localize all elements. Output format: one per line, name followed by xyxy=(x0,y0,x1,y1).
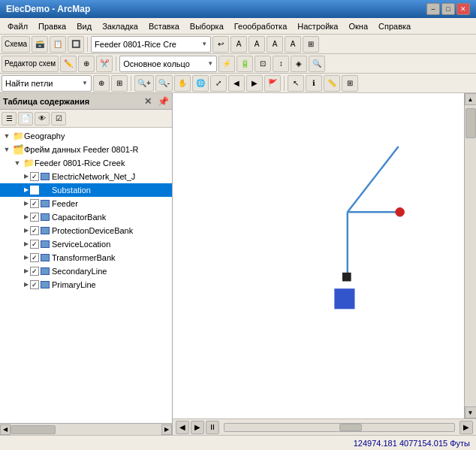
minimize-button[interactable]: – xyxy=(426,3,440,15)
zoom-out-btn[interactable]: 🔍- xyxy=(155,75,173,92)
select-btn[interactable]: ↖ xyxy=(288,75,304,92)
measure-btn[interactable]: 📏 xyxy=(324,75,340,92)
editor-icon-3[interactable]: ✂️ xyxy=(96,56,113,72)
toolbar-icon-1[interactable]: 🗃️ xyxy=(32,36,48,53)
tree-item-layer-4[interactable]: ▶ ✓ ProtectionDeviceBank xyxy=(0,224,172,237)
maximize-button[interactable]: □ xyxy=(441,3,455,15)
back-btn[interactable]: ◀ xyxy=(228,75,245,92)
scroll-thumb-v[interactable] xyxy=(465,108,476,138)
globe-btn[interactable]: 🌐 xyxy=(192,75,209,92)
scroll-right-arrow[interactable]: ▶ xyxy=(161,424,172,435)
editor-btn-c[interactable]: ⊡ xyxy=(255,56,271,72)
find-loops-dropdown[interactable]: Найти петли ▼ xyxy=(2,75,92,92)
map-nav-btn-3[interactable]: ⏸ xyxy=(206,421,219,434)
scroll-down-arrow[interactable]: ▼ xyxy=(465,406,477,418)
expand-layer-3[interactable]: ▶ xyxy=(23,212,30,222)
tree-item-layer-6[interactable]: ▶ ✓ TransformerBank xyxy=(0,251,172,264)
toolbar-btn-d[interactable]: A xyxy=(267,36,283,53)
toc-btn-visibility[interactable]: 👁 xyxy=(35,112,50,125)
zoom-in-btn[interactable]: 🔍+ xyxy=(134,75,154,92)
editor-btn-e[interactable]: ◈ xyxy=(291,56,307,72)
map-nav-btn-4[interactable]: ▶ xyxy=(459,421,473,434)
find-btn-b[interactable]: ⊞ xyxy=(111,75,128,92)
close-button[interactable]: ✕ xyxy=(456,3,470,15)
menu-item-файл[interactable]: Файл xyxy=(3,20,32,32)
toc-btn-list[interactable]: ☰ xyxy=(2,112,17,125)
toolbar-btn-b[interactable]: A xyxy=(230,36,247,53)
checkbox-layer-5[interactable]: ✓ xyxy=(30,240,39,249)
expand-layer-2[interactable]: ▶ xyxy=(23,198,30,209)
menu-item-вид[interactable]: Вид xyxy=(72,20,96,32)
expand-icon-frame[interactable]: ▼ xyxy=(2,144,12,155)
tree-item-layer-7[interactable]: ▶ ✓ SecondaryLine xyxy=(0,264,172,278)
info-btn[interactable]: ℹ xyxy=(306,75,322,92)
toc-btn-source[interactable]: 📄 xyxy=(18,112,33,125)
checkbox-layer-2[interactable]: ✓ xyxy=(30,199,39,208)
toc-btn-select[interactable]: ☑ xyxy=(51,112,66,125)
toolbar-btn-f[interactable]: ⊞ xyxy=(303,36,319,53)
checkbox-layer-6[interactable]: ✓ xyxy=(30,253,39,262)
editor-btn-d[interactable]: ↕ xyxy=(273,56,289,72)
expand-layer-1[interactable]: ▶ xyxy=(23,185,30,195)
menu-item-окна[interactable]: Окна xyxy=(344,20,372,32)
map-scroll-thumb-bottom[interactable] xyxy=(339,424,362,431)
expand-layer-7[interactable]: ▶ xyxy=(23,266,30,276)
expand-layer-4[interactable]: ▶ xyxy=(23,225,30,236)
ring-dropdown[interactable]: Основное кольцо ▼ xyxy=(119,56,217,72)
checkbox-layer-0[interactable]: ✓ xyxy=(30,172,39,181)
menu-item-вставка[interactable]: Вставка xyxy=(144,20,184,32)
tree-item-layer-0[interactable]: ▶ ✓ ElectricNetwork_Net_J xyxy=(0,170,172,183)
toolbar-btn-c[interactable]: A xyxy=(249,36,265,53)
checkbox-layer-4[interactable]: ✓ xyxy=(30,226,39,235)
expand-icon-feeder[interactable]: ▼ xyxy=(12,158,23,168)
menu-item-правка[interactable]: Правка xyxy=(34,20,71,32)
tree-item-layer-3[interactable]: ▶ ✓ CapacitorBank xyxy=(0,210,172,224)
tree-item-geography[interactable]: ▼ 📁 Geography xyxy=(0,129,172,143)
map-canvas[interactable] xyxy=(173,93,464,418)
expand-layer-0[interactable]: ▶ xyxy=(23,171,30,182)
tree-item-layer-2[interactable]: ▶ ✓ Feeder xyxy=(0,197,172,210)
tree-item-feeder-group[interactable]: ▼ 📁 Feeder 0801-Rice Creek xyxy=(0,156,172,170)
toolbar-icon-2[interactable]: 📋 xyxy=(50,36,66,53)
editor-icon-2[interactable]: ⊕ xyxy=(78,56,95,72)
scroll-up-arrow[interactable]: ▲ xyxy=(465,93,477,105)
toc-pin-icon[interactable]: 📌 xyxy=(158,96,169,107)
extent-btn[interactable]: ⤢ xyxy=(210,75,227,92)
feeder-dropdown[interactable]: Feeder 0801-Rice Cre ▼ xyxy=(91,36,211,53)
toolbar-btn-a[interactable]: ↩ xyxy=(212,36,229,53)
expand-layer-5[interactable]: ▶ xyxy=(23,239,30,249)
toc-close-icon[interactable]: ✕ xyxy=(144,96,152,107)
menu-item-справка[interactable]: Справка xyxy=(374,20,415,32)
toc-scrollbar-horizontal[interactable]: ◀ ▶ xyxy=(0,423,172,435)
map-scrollbar-bottom[interactable] xyxy=(224,423,455,432)
flag-btn[interactable]: 🚩 xyxy=(264,75,281,92)
tree-item-layer-1[interactable]: ▶ ✓ Substation xyxy=(0,183,172,197)
find-btn-a[interactable]: ⊕ xyxy=(93,75,110,92)
toolbar-icon-3[interactable]: 🔲 xyxy=(68,36,84,53)
scroll-thumb-h[interactable] xyxy=(11,425,56,434)
editor-icon-1[interactable]: ✏️ xyxy=(60,56,77,72)
hand-tool-btn[interactable]: ✋ xyxy=(174,75,191,92)
menu-item-настройка[interactable]: Настройка xyxy=(293,20,342,32)
menu-item-выборка[interactable]: Выборка xyxy=(185,20,228,32)
editor-btn-f[interactable]: 🔍 xyxy=(309,56,325,72)
editor-btn-a[interactable]: ⚡ xyxy=(218,56,235,72)
editor-btn-b[interactable]: 🔋 xyxy=(236,56,253,72)
checkbox-layer-7[interactable]: ✓ xyxy=(30,267,39,276)
checkbox-layer-3[interactable]: ✓ xyxy=(30,213,39,222)
expand-icon[interactable]: ▼ xyxy=(2,131,12,141)
map-nav-btn-1[interactable]: ◀ xyxy=(176,421,189,434)
expand-layer-8[interactable]: ▶ xyxy=(23,279,30,290)
forward-btn[interactable]: ▶ xyxy=(246,75,263,92)
menu-item-закладка[interactable]: Закладка xyxy=(98,20,143,32)
expand-layer-6[interactable]: ▶ xyxy=(23,252,30,263)
map-nav-btn-2[interactable]: ▶ xyxy=(191,421,204,434)
extra-btn[interactable]: ⊞ xyxy=(342,75,358,92)
toolbar-btn-e[interactable]: A xyxy=(285,36,301,53)
checkbox-layer-8[interactable]: ✓ xyxy=(30,280,39,289)
tree-item-frame[interactable]: ▼ 🗂️ Фрейм данных Feeder 0801-R xyxy=(0,143,172,156)
tree-item-layer-8[interactable]: ▶ ✓ PrimaryLine xyxy=(0,278,172,291)
scroll-left-arrow[interactable]: ◀ xyxy=(0,424,11,435)
menu-item-геообработка[interactable]: Геообработка xyxy=(230,20,292,32)
map-scrollbar-vertical[interactable]: ▲ ▼ xyxy=(464,93,476,418)
